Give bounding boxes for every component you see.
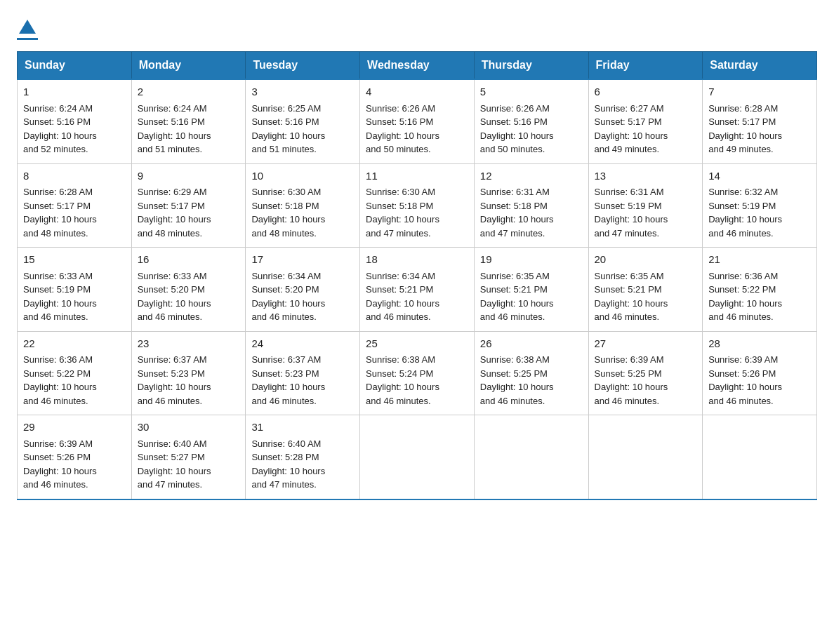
column-header-wednesday: Wednesday	[360, 52, 475, 80]
day-sunrise: Sunrise: 6:40 AM	[138, 438, 207, 449]
day-daylight: Daylight: 10 hours	[251, 298, 325, 309]
day-sunset: Sunset: 5:26 PM	[23, 452, 91, 462]
day-number: 18	[366, 252, 468, 268]
day-sunset: Sunset: 5:17 PM	[23, 201, 91, 211]
day-number: 13	[595, 168, 697, 185]
day-sunrise: Sunrise: 6:32 AM	[708, 187, 778, 197]
calendar-cell: 6 Sunrise: 6:27 AM Sunset: 5:17 PM Dayli…	[588, 79, 703, 163]
day-daylight-minutes: and 47 minutes.	[138, 479, 203, 490]
calendar-cell: 24 Sunrise: 6:37 AM Sunset: 5:23 PM Dayl…	[246, 331, 360, 415]
logo-underline	[17, 38, 38, 40]
day-sunset: Sunset: 5:19 PM	[708, 201, 776, 211]
day-daylight-minutes: and 46 minutes.	[480, 311, 545, 322]
day-daylight: Daylight: 10 hours	[23, 382, 97, 392]
day-daylight-minutes: and 46 minutes.	[595, 396, 660, 406]
calendar-cell: 21 Sunrise: 6:36 AM Sunset: 5:22 PM Dayl…	[703, 248, 817, 332]
calendar-cell: 2 Sunrise: 6:24 AM Sunset: 5:16 PM Dayli…	[131, 79, 246, 163]
day-sunset: Sunset: 5:21 PM	[480, 284, 548, 295]
day-daylight-minutes: and 46 minutes.	[595, 311, 660, 322]
day-sunrise: Sunrise: 6:39 AM	[595, 354, 664, 365]
day-number: 17	[251, 252, 354, 268]
calendar-cell: 16 Sunrise: 6:33 AM Sunset: 5:20 PM Dayl…	[131, 248, 246, 332]
day-sunrise: Sunrise: 6:30 AM	[251, 187, 321, 197]
day-number: 24	[251, 336, 354, 352]
day-daylight-minutes: and 47 minutes.	[480, 228, 545, 239]
day-daylight-minutes: and 46 minutes.	[23, 479, 88, 490]
day-number: 31	[251, 420, 354, 436]
day-number: 2	[138, 84, 240, 100]
day-sunrise: Sunrise: 6:28 AM	[708, 103, 778, 114]
day-sunset: Sunset: 5:21 PM	[366, 284, 433, 295]
day-number: 6	[595, 84, 697, 100]
day-daylight: Daylight: 10 hours	[595, 214, 668, 224]
day-daylight-minutes: and 46 minutes.	[366, 396, 431, 406]
calendar-cell: 12 Sunrise: 6:31 AM Sunset: 5:18 PM Dayl…	[474, 163, 588, 248]
day-number: 7	[708, 84, 811, 100]
day-number: 15	[23, 252, 126, 268]
day-sunset: Sunset: 5:16 PM	[480, 116, 548, 127]
day-sunrise: Sunrise: 6:37 AM	[138, 354, 207, 365]
day-sunset: Sunset: 5:17 PM	[138, 201, 205, 211]
day-daylight: Daylight: 10 hours	[708, 298, 782, 309]
day-daylight: Daylight: 10 hours	[595, 298, 668, 309]
day-number: 22	[23, 336, 126, 352]
day-sunrise: Sunrise: 6:31 AM	[480, 187, 550, 197]
day-sunset: Sunset: 5:23 PM	[251, 368, 319, 379]
calendar-cell: 23 Sunrise: 6:37 AM Sunset: 5:23 PM Dayl…	[131, 331, 246, 415]
calendar-cell: 18 Sunrise: 6:34 AM Sunset: 5:21 PM Dayl…	[360, 248, 475, 332]
day-sunrise: Sunrise: 6:34 AM	[366, 271, 435, 281]
day-number: 20	[595, 252, 697, 268]
day-number: 21	[708, 252, 811, 268]
day-daylight-minutes: and 47 minutes.	[251, 479, 317, 490]
day-number: 19	[480, 252, 583, 268]
day-sunset: Sunset: 5:28 PM	[251, 452, 319, 462]
calendar-cell: 28 Sunrise: 6:39 AM Sunset: 5:26 PM Dayl…	[703, 331, 817, 415]
day-daylight: Daylight: 10 hours	[480, 382, 554, 392]
day-number: 23	[138, 336, 240, 352]
day-number: 11	[366, 168, 468, 185]
day-sunset: Sunset: 5:19 PM	[595, 201, 662, 211]
day-sunrise: Sunrise: 6:28 AM	[23, 187, 93, 197]
day-daylight: Daylight: 10 hours	[251, 214, 325, 224]
day-daylight: Daylight: 10 hours	[366, 214, 439, 224]
day-daylight: Daylight: 10 hours	[138, 130, 211, 141]
day-sunset: Sunset: 5:19 PM	[23, 284, 91, 295]
column-header-tuesday: Tuesday	[246, 52, 360, 80]
day-sunrise: Sunrise: 6:26 AM	[366, 103, 435, 114]
day-daylight-minutes: and 46 minutes.	[23, 396, 88, 406]
calendar-cell: 8 Sunrise: 6:28 AM Sunset: 5:17 PM Dayli…	[18, 163, 132, 248]
day-sunset: Sunset: 5:16 PM	[138, 116, 205, 127]
day-daylight: Daylight: 10 hours	[708, 382, 782, 392]
day-number: 25	[366, 336, 468, 352]
calendar-week-row: 8 Sunrise: 6:28 AM Sunset: 5:17 PM Dayli…	[18, 163, 817, 248]
calendar-cell: 20 Sunrise: 6:35 AM Sunset: 5:21 PM Dayl…	[588, 248, 703, 332]
day-daylight: Daylight: 10 hours	[708, 214, 782, 224]
calendar-header-row: SundayMondayTuesdayWednesdayThursdayFrid…	[18, 52, 817, 80]
day-sunrise: Sunrise: 6:36 AM	[23, 354, 93, 365]
day-daylight-minutes: and 46 minutes.	[251, 396, 317, 406]
logo-text	[17, 17, 38, 36]
day-number: 8	[23, 168, 126, 185]
day-sunrise: Sunrise: 6:40 AM	[251, 438, 321, 449]
day-daylight: Daylight: 10 hours	[23, 298, 97, 309]
day-daylight-minutes: and 50 minutes.	[366, 144, 431, 154]
column-header-friday: Friday	[588, 52, 703, 80]
day-daylight: Daylight: 10 hours	[23, 130, 97, 141]
logo	[17, 17, 38, 40]
day-daylight-minutes: and 46 minutes.	[251, 311, 317, 322]
day-sunrise: Sunrise: 6:35 AM	[480, 271, 550, 281]
day-daylight: Daylight: 10 hours	[480, 130, 554, 141]
day-sunrise: Sunrise: 6:29 AM	[138, 187, 207, 197]
day-daylight-minutes: and 51 minutes.	[138, 144, 203, 154]
day-daylight: Daylight: 10 hours	[480, 214, 554, 224]
column-header-thursday: Thursday	[474, 52, 588, 80]
day-daylight: Daylight: 10 hours	[366, 382, 439, 392]
day-sunrise: Sunrise: 6:27 AM	[595, 103, 664, 114]
day-daylight: Daylight: 10 hours	[251, 382, 325, 392]
day-number: 27	[595, 336, 697, 352]
day-sunset: Sunset: 5:21 PM	[595, 284, 662, 295]
day-daylight: Daylight: 10 hours	[595, 130, 668, 141]
calendar-cell: 4 Sunrise: 6:26 AM Sunset: 5:16 PM Dayli…	[360, 79, 475, 163]
day-sunset: Sunset: 5:25 PM	[595, 368, 662, 379]
day-number: 9	[138, 168, 240, 185]
